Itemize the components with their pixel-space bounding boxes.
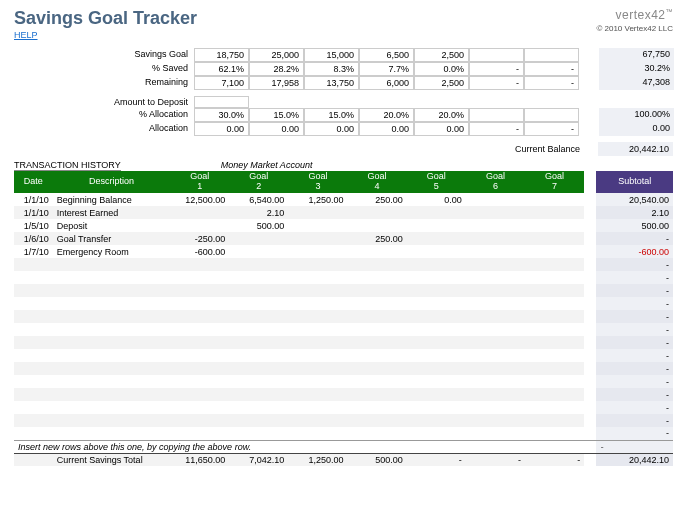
- table-row[interactable]: -: [14, 297, 673, 310]
- alloc-3: 0.00: [304, 122, 359, 136]
- table-row[interactable]: -: [14, 375, 673, 388]
- pct-saved-label: % Saved: [14, 62, 194, 76]
- table-row[interactable]: -: [14, 271, 673, 284]
- transaction-table: Date Description Goal1 Goal2 Goal3 Goal4…: [14, 171, 673, 466]
- savings-goal-2[interactable]: 25,000: [249, 48, 304, 62]
- table-row[interactable]: -: [14, 323, 673, 336]
- col-date: Date: [14, 171, 53, 193]
- alloc-5: 0.00: [414, 122, 469, 136]
- alloc-2: 0.00: [249, 122, 304, 136]
- table-row[interactable]: -: [14, 349, 673, 362]
- table-row[interactable]: -: [14, 258, 673, 271]
- transaction-history-title: TRANSACTION HISTORY: [14, 160, 121, 171]
- pct-alloc-5[interactable]: 20.0%: [414, 108, 469, 122]
- table-row[interactable]: -: [14, 336, 673, 349]
- table-row[interactable]: -: [14, 414, 673, 427]
- totals-g2: 7,042.10: [229, 453, 288, 466]
- col-goal-2: Goal2: [229, 171, 288, 193]
- current-balance: 20,442.10: [598, 142, 673, 156]
- totals-sub: 20,442.10: [596, 453, 673, 466]
- remaining-2: 17,958: [249, 76, 304, 90]
- totals-g4: 500.00: [348, 453, 407, 466]
- brand-block: vertex42™ © 2010 Vertex42 LLC: [596, 8, 673, 33]
- col-goal-5: Goal5: [407, 171, 466, 193]
- totals-g1: 11,650.00: [170, 453, 229, 466]
- pct-saved-total: 30.2%: [599, 62, 674, 76]
- savings-goal-1[interactable]: 18,750: [194, 48, 249, 62]
- pct-saved-7: -: [524, 62, 579, 76]
- page-title: Savings Goal Tracker: [14, 8, 197, 29]
- table-row[interactable]: 1/5/10Deposit500.00500.00: [14, 219, 673, 232]
- table-row[interactable]: 1/7/10Emergency Room-600.00-600.00: [14, 245, 673, 258]
- table-row[interactable]: -: [14, 401, 673, 414]
- totals-g3: 1,250.00: [288, 453, 347, 466]
- pct-saved-3: 8.3%: [304, 62, 359, 76]
- remaining-4: 6,000: [359, 76, 414, 90]
- savings-goal-5[interactable]: 2,500: [414, 48, 469, 62]
- summary-grid: Savings Goal 18,750 25,000 15,000 6,500 …: [14, 48, 673, 136]
- current-balance-label: Current Balance: [515, 142, 580, 156]
- alloc-4: 0.00: [359, 122, 414, 136]
- table-row[interactable]: -: [14, 362, 673, 375]
- table-row[interactable]: 1/6/10Goal Transfer-250.00250.00-: [14, 232, 673, 245]
- help-link[interactable]: HELP: [14, 30, 38, 40]
- remaining-1: 7,100: [194, 76, 249, 90]
- totals-g7: -: [525, 453, 584, 466]
- pct-alloc-2[interactable]: 15.0%: [249, 108, 304, 122]
- pct-saved-2: 28.2%: [249, 62, 304, 76]
- pct-alloc-6[interactable]: [469, 108, 524, 122]
- alloc-total: 0.00: [599, 122, 674, 136]
- savings-goal-6[interactable]: [469, 48, 524, 62]
- alloc-1: 0.00: [194, 122, 249, 136]
- amount-to-deposit[interactable]: [194, 96, 249, 108]
- remaining-5: 2,500: [414, 76, 469, 90]
- savings-goal-7[interactable]: [524, 48, 579, 62]
- table-row[interactable]: -: [14, 310, 673, 323]
- pct-alloc-label: % Allocation: [14, 108, 194, 122]
- pct-saved-1: 62.1%: [194, 62, 249, 76]
- pct-saved-6: -: [469, 62, 524, 76]
- pct-alloc-4[interactable]: 20.0%: [359, 108, 414, 122]
- col-goal-1: Goal1: [170, 171, 229, 193]
- pct-alloc-total: 100.00%: [599, 108, 674, 122]
- table-row[interactable]: -: [14, 284, 673, 297]
- pct-alloc-7[interactable]: [524, 108, 579, 122]
- amount-to-deposit-label: Amount to Deposit: [14, 96, 194, 108]
- account-name: Money Market Account: [221, 160, 313, 171]
- totals-g6: -: [466, 453, 525, 466]
- totals-label: Current Savings Total: [53, 453, 170, 466]
- table-row[interactable]: 1/1/10Beginning Balance12,500.006,540.00…: [14, 193, 673, 206]
- remaining-total: 47,308: [599, 76, 674, 90]
- remaining-7: -: [524, 76, 579, 90]
- pct-alloc-3[interactable]: 15.0%: [304, 108, 359, 122]
- col-goal-4: Goal4: [348, 171, 407, 193]
- alloc-6: -: [469, 122, 524, 136]
- col-goal-3: Goal3: [288, 171, 347, 193]
- table-row[interactable]: 1/1/10Interest Earned2.102.10: [14, 206, 673, 219]
- savings-goal-total: 67,750: [599, 48, 674, 62]
- col-subtotal: Subtotal: [596, 171, 673, 193]
- table-row[interactable]: -: [14, 388, 673, 401]
- pct-alloc-1[interactable]: 30.0%: [194, 108, 249, 122]
- totals-g5: -: [407, 453, 466, 466]
- savings-goal-4[interactable]: 6,500: [359, 48, 414, 62]
- col-goal-7: Goal7: [525, 171, 584, 193]
- remaining-3: 13,750: [304, 76, 359, 90]
- col-goal-6: Goal6: [466, 171, 525, 193]
- remaining-6: -: [469, 76, 524, 90]
- col-desc: Description: [53, 171, 170, 193]
- pct-saved-4: 7.7%: [359, 62, 414, 76]
- alloc-label: Allocation: [14, 122, 194, 136]
- savings-goal-3[interactable]: 15,000: [304, 48, 359, 62]
- remaining-label: Remaining: [14, 76, 194, 90]
- insert-note: Insert new rows above this one, by copyi…: [14, 440, 584, 453]
- savings-goal-label: Savings Goal: [14, 48, 194, 62]
- alloc-7: -: [524, 122, 579, 136]
- pct-saved-5: 0.0%: [414, 62, 469, 76]
- table-row[interactable]: -: [14, 427, 673, 440]
